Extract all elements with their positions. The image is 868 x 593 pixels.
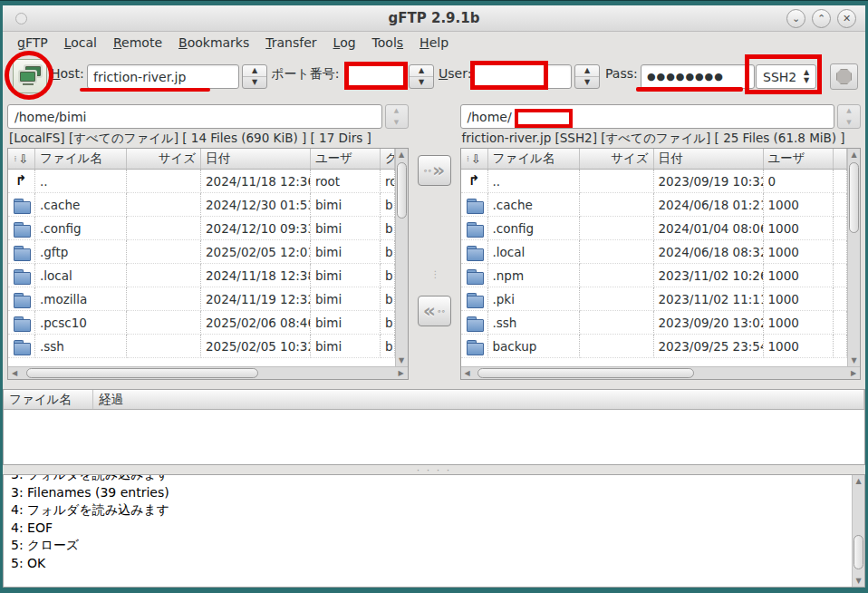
file-row[interactable]: .pki 2023/11/02 11:11:4 1000 (461, 287, 848, 311)
column-header-size[interactable]: サイズ (127, 149, 201, 169)
scroll-right-icon[interactable]: ▶ (847, 369, 860, 377)
log-viewport[interactable]: 3: フォルダを読み込みます 3: Filenames (39 entries)… (4, 475, 852, 587)
connection-toolbar: Host: ▲▼ ポート番号: ▲▼ User: ▲▼ Pass: SSH2 ▲… (3, 53, 865, 99)
local-vertical-scrollbar[interactable]: ▲ ▼ (395, 149, 408, 366)
scroll-left-icon[interactable]: ◀ (461, 369, 474, 377)
menu-item[interactable]: Local (57, 34, 104, 52)
connect-button[interactable] (13, 59, 47, 93)
close-button[interactable]: ✕ (837, 9, 856, 28)
file-user: 1000 (764, 335, 834, 358)
column-header-date[interactable]: 日付 (201, 149, 311, 169)
file-type-icon (8, 311, 35, 335)
local-path-spinner[interactable]: ▲▼ (385, 104, 409, 129)
file-user: 1000 (764, 264, 834, 287)
log-vertical-scrollbar[interactable]: ▲ ▼ (852, 475, 864, 587)
menu-item[interactable]: Help (412, 34, 456, 52)
file-group (834, 335, 848, 358)
file-user: 1000 (764, 217, 834, 240)
file-group (834, 170, 848, 193)
scroll-left-icon[interactable]: ◀ (8, 369, 21, 377)
file-row[interactable]: .mozilla 2024/11/19 12:32:5 bimi b (8, 287, 395, 311)
file-date: 2024/12/10 09:33 (201, 217, 311, 240)
port-input[interactable] (350, 64, 406, 89)
menu-item[interactable]: Remote (106, 34, 169, 52)
file-group: b (381, 335, 395, 358)
scrollbar-thumb[interactable] (26, 368, 258, 378)
scrollbar-thumb[interactable] (477, 368, 694, 378)
file-date: 2024/11/19 12:32:5 (201, 287, 311, 311)
local-path-input[interactable]: /home/bimi (7, 104, 382, 129)
file-row[interactable]: .pcsc10 2025/02/06 08:46 bimi b (8, 311, 395, 335)
stop-button[interactable] (830, 63, 858, 90)
file-group (834, 217, 848, 240)
local-horizontal-scrollbar[interactable]: ◀ ▶ (8, 366, 408, 379)
password-input[interactable] (641, 64, 755, 89)
menu-item[interactable]: Transfer (258, 34, 323, 52)
scroll-right-icon[interactable]: ▶ (395, 369, 408, 377)
file-row[interactable]: .config 2024/12/10 09:33 bimi b (8, 217, 395, 240)
queue-column-filename[interactable]: ファイル名 (4, 390, 93, 409)
remote-path-spinner[interactable]: ▲▼ (837, 104, 861, 129)
minimize-button[interactable]: ⌄ (786, 9, 805, 28)
download-button[interactable]: «∘∘ (418, 296, 451, 326)
host-input[interactable] (87, 64, 239, 89)
maximize-button[interactable]: ⌃ (812, 9, 831, 28)
user-input[interactable] (475, 64, 572, 89)
menu-item[interactable]: Bookmarks (171, 34, 256, 52)
scroll-down-icon[interactable]: ▼ (855, 575, 861, 587)
scrollbar-thumb[interactable] (854, 535, 863, 569)
titlebar[interactable]: gFTP 2.9.1b ⌄ ⌃ ✕ (3, 5, 865, 32)
column-header-group[interactable]: グループ (381, 149, 395, 169)
file-browser-area: /home/bimi ▲▼ [LocalFS] [すべてのファイル] [ 14 … (3, 99, 865, 380)
file-date: 2024/01/04 08:06 (654, 217, 764, 240)
upload-button[interactable]: ∘∘» (418, 155, 451, 186)
menu-item[interactable]: Log (326, 34, 363, 52)
file-row[interactable]: .cache 2024/06/18 01:21: 1000 (461, 193, 848, 217)
column-header-filename[interactable]: ファイル名 (35, 149, 127, 169)
remote-horizontal-scrollbar[interactable]: ◀ ▶ (461, 366, 861, 379)
file-row[interactable]: .local 2024/06/18 08:32 1000 (461, 240, 848, 264)
host-spinner[interactable]: ▲▼ (242, 64, 267, 89)
log-splitter-handle[interactable]: · · · · (3, 465, 865, 474)
file-row[interactable]: .. 2023/09/19 10:32 0 (461, 170, 848, 193)
file-row[interactable]: .cache 2024/12/30 01:53 bimi b (8, 193, 395, 217)
file-size (127, 311, 201, 335)
file-size (580, 217, 654, 240)
file-row[interactable]: .. 2024/11/18 12:36: root ro (8, 170, 395, 193)
scroll-up-icon[interactable]: ▲ (855, 475, 861, 487)
file-name: .config (35, 217, 127, 240)
scroll-down-icon[interactable]: ▼ (851, 355, 856, 366)
file-row[interactable]: .gftp 2025/02/05 12:01 bimi b (8, 240, 395, 264)
menu-item[interactable]: gFTP (10, 34, 55, 52)
file-row[interactable]: backup 2023/09/25 23:54 1000 (461, 335, 848, 358)
file-row[interactable]: .config 2024/01/04 08:06 1000 (461, 217, 848, 240)
file-row[interactable]: .npm 2023/11/02 10:26: 1000 (461, 264, 848, 287)
scrollbar-thumb[interactable] (849, 162, 859, 233)
remote-path-input[interactable]: /home/ (460, 104, 835, 129)
scroll-down-icon[interactable]: ▼ (399, 355, 404, 366)
file-row[interactable]: .ssh 2023/09/20 13:02 1000 (461, 311, 848, 335)
scroll-up-icon[interactable]: ▲ (399, 149, 404, 160)
column-header-group[interactable] (834, 149, 848, 169)
column-header-filename[interactable]: ファイル名 (488, 149, 580, 169)
scroll-up-icon[interactable]: ▲ (851, 149, 856, 160)
port-spinner[interactable]: ▲▼ (409, 64, 434, 89)
pane-splitter-handle[interactable]: ⋮ (431, 269, 441, 279)
queue-body[interactable] (4, 410, 864, 464)
queue-column-progress[interactable]: 経過 (93, 390, 864, 409)
user-spinner[interactable]: ▲▼ (574, 64, 600, 89)
column-header-size[interactable]: サイズ (580, 149, 654, 169)
column-header-user[interactable]: ユーザ (764, 149, 834, 169)
menu-item[interactable]: Tools (365, 34, 411, 52)
column-header-user[interactable]: ユーザ (311, 149, 381, 169)
protocol-dropdown[interactable]: SSH2 ▲▼ (756, 64, 816, 89)
remote-vertical-scrollbar[interactable]: ▲ ▼ (847, 149, 860, 366)
file-row[interactable]: .ssh 2025/02/05 10:32 bimi b (8, 335, 395, 358)
file-row[interactable]: .local 2024/11/18 12:38: bimi b (8, 264, 395, 287)
scrollbar-thumb[interactable] (397, 162, 407, 219)
sort-column-header[interactable]: ⁞⇩ (8, 149, 35, 169)
sort-column-header[interactable]: ⁞⇩ (461, 149, 488, 169)
file-group: b (381, 311, 395, 335)
pass-label: Pass: (605, 66, 638, 81)
column-header-date[interactable]: 日付 (654, 149, 764, 169)
